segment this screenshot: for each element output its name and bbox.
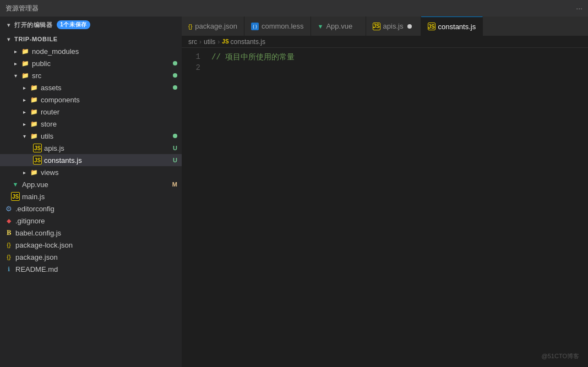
tree-item-babel-config[interactable]: 𝐁 babel.config.js [0,227,182,239]
tree-item-public[interactable]: 📁 public [0,57,182,69]
tabs-bar: {} package.json { } common.less ▼ App.vu… [182,17,588,36]
tab-package-json[interactable]: {} package.json [182,17,244,36]
tree-item-node-modules[interactable]: 📁 node_modules [0,45,182,57]
public-dot [173,61,177,65]
open-editors-section: 打开的编辑器 1个未保存 [0,17,182,33]
node-modules-chevron [11,47,20,56]
line-content-1: // 项目中所使用的常量 [209,52,588,62]
package-json-icon: {} [4,253,13,261]
app-vue-label: App.vue [22,180,172,189]
tab-icon-package-json: {} [188,23,192,30]
views-chevron [20,168,29,177]
gitignore-label: .gitignore [15,217,182,225]
public-label: public [32,59,173,68]
tab-apis-js[interactable]: JS apis.js [366,17,421,36]
tab-label-constants-js: constants.js [438,23,476,31]
tree-item-assets[interactable]: 📁 assets [0,81,182,94]
line-number-1: 1 [182,52,209,61]
babel-icon: 𝐁 [4,228,13,237]
open-editors-label: 打开的编辑器 [14,21,52,29]
editorconfig-icon: ⚙ [4,204,13,213]
main-js-label: main.js [22,193,182,201]
tab-icon-constants-js: JS [428,23,435,30]
project-header[interactable]: TRIP-MOBILE [0,33,182,45]
tree-item-src[interactable]: 📁 src [0,69,182,81]
code-line-2: 2 [182,63,588,74]
babel-config-label: babel.config.js [15,229,182,237]
src-label: src [32,72,173,80]
store-folder-icon: 📁 [30,119,39,128]
code-editor[interactable]: 1 // 项目中所使用的常量 2 [182,48,588,367]
tree-item-app-vue[interactable]: ▼ App.vue M [0,178,182,190]
assets-folder-icon: 📁 [30,83,39,92]
assets-chevron [20,83,29,92]
apis-js-badge: U [173,145,177,151]
assets-dot [173,85,177,90]
tree-item-constants-js[interactable]: JS constants.js U [0,154,182,166]
tab-icon-app-vue: ▼ [318,23,324,30]
readme-md-label: README.md [15,265,182,273]
watermark: @51CTO博客 [542,352,579,360]
tree-item-utils[interactable]: 📁 utils [0,130,182,142]
tree-item-views[interactable]: 📁 views [0,166,182,178]
readme-md-icon: ℹ [4,265,13,273]
router-chevron [20,107,29,116]
app-vue-icon: ▼ [11,180,20,189]
components-folder-icon: 📁 [30,95,39,104]
components-chevron [20,95,29,104]
project-chevron [4,35,13,43]
tree-item-editorconfig[interactable]: ⚙ .editorconfig [0,202,182,215]
breadcrumb-constants-js: constants.js [231,38,265,46]
public-folder-icon: 📁 [21,59,30,68]
tree-item-gitignore[interactable]: ◆ .gitignore [0,215,182,227]
src-folder-icon: 📁 [21,71,30,80]
constants-js-badge: U [173,157,177,163]
node-modules-label: node_modules [32,47,182,56]
utils-chevron [20,132,29,140]
breadcrumb-utils: utils [204,38,215,46]
router-label: router [41,108,182,116]
package-lock-json-icon: {} [4,240,13,249]
tree-item-readme-md[interactable]: ℹ README.md [0,263,182,275]
tab-label-common-less: common.less [262,22,304,30]
tree-item-router[interactable]: 📁 router [0,106,182,118]
apis-js-tab-dot [407,24,412,29]
tab-app-vue[interactable]: ▼ App.vue [311,17,366,36]
components-label: components [41,96,182,104]
tree-item-package-json[interactable]: {} package.json [0,251,182,263]
gitignore-icon: ◆ [4,216,13,225]
tree-item-main-js[interactable]: JS main.js [0,190,182,202]
unsaved-badge: 1个未保存 [57,20,90,29]
tree-item-store[interactable]: 📁 store [0,118,182,130]
main-js-icon: JS [11,192,20,201]
title-bar-text: 资源管理器 [6,4,39,13]
app-vue-badge: M [172,181,177,188]
tree-item-components[interactable]: 📁 components [0,94,182,106]
title-bar-menu[interactable]: ··· [576,4,582,13]
public-chevron [11,59,20,68]
open-editors-chevron [4,20,13,29]
utils-folder-icon: 📁 [30,132,39,140]
views-folder-icon: 📁 [30,168,39,177]
utils-dot [173,134,177,138]
src-chevron [11,71,20,80]
sidebar: 打开的编辑器 1个未保存 TRIP-MOBILE 📁 node_modules … [0,17,182,367]
tab-common-less[interactable]: { } common.less [244,17,311,36]
breadcrumb-sep-2: › [217,38,220,46]
tab-icon-common-less: { } [251,23,259,30]
project-name: TRIP-MOBILE [14,36,58,42]
tab-constants-js[interactable]: JS constants.js [421,17,483,36]
assets-label: assets [41,84,173,92]
code-line-1: 1 // 项目中所使用的常量 [182,52,588,63]
editorconfig-label: .editorconfig [15,205,182,213]
node-modules-folder-icon: 📁 [21,47,30,56]
tree-item-apis-js[interactable]: JS apis.js U [0,142,182,154]
breadcrumb-js-icon: JS [222,39,228,45]
breadcrumb: src › utils › JS constants.js [182,36,588,48]
tree-item-package-lock-json[interactable]: {} package-lock.json [0,239,182,251]
apis-js-icon: JS [33,144,42,152]
open-editors-header[interactable]: 打开的编辑器 1个未保存 [0,19,182,31]
breadcrumb-src: src [188,38,197,46]
apis-js-label: apis.js [44,144,173,152]
router-folder-icon: 📁 [30,107,39,116]
